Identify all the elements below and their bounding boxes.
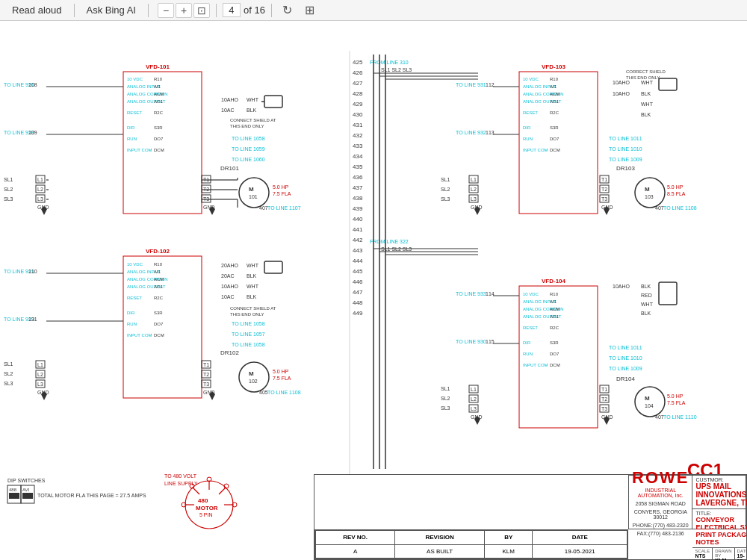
revision-table: REV NO. REVISION BY DATE A AS BUILT KLM … — [314, 529, 628, 559]
svg-text:CONNECT SHIELD AT: CONNECT SHIELD AT — [230, 306, 276, 311]
svg-text:TO LINE 1010: TO LINE 1010 — [609, 146, 642, 152]
svg-text:R10: R10 — [550, 77, 559, 81]
svg-text:TO LINE 931: TO LINE 931 — [456, 82, 486, 87]
svg-text:DR102: DR102 — [220, 349, 239, 356]
read-aloud-button[interactable]: Read aloud — [6, 3, 68, 17]
company-address2: CONYERS, GEORGIA 30012 — [632, 509, 689, 520]
svg-text:L2: L2 — [37, 187, 43, 192]
svg-text:AI1: AI1 — [154, 84, 161, 89]
svg-text:DR103: DR103 — [616, 165, 635, 172]
svg-text:433: 433 — [353, 143, 363, 149]
svg-text:438: 438 — [353, 195, 363, 202]
svg-text:10AHO: 10AHO — [613, 80, 630, 85]
svg-text:BLK: BLK — [247, 108, 257, 113]
svg-text:5 PIN: 5 PIN — [199, 512, 213, 517]
zoom-controls: − + ⊡ — [158, 3, 210, 18]
svg-text:TO LINE 1057: TO LINE 1057 — [232, 332, 265, 337]
svg-text:R2C: R2C — [154, 296, 164, 300]
date-header: DATE — [533, 531, 627, 545]
customer-title-section: CUSTMOR: UPS MAIL INNOVATIONS LAVERGNE, … — [692, 476, 747, 529]
svg-text:DIR: DIR — [523, 340, 531, 345]
svg-text:WHT: WHT — [247, 284, 259, 289]
svg-text:TOTAL MOTOR FLA THIS PAGE = 27: TOTAL MOTOR FLA THIS PAGE = 27.5 AMPS — [37, 493, 146, 498]
svg-text:TO LINE 932: TO LINE 932 — [456, 130, 486, 135]
svg-text:R10: R10 — [154, 262, 163, 267]
svg-text:T1: T1 — [601, 177, 607, 182]
svg-text:R10: R10 — [154, 77, 163, 81]
svg-text:10 VDC: 10 VDC — [127, 262, 143, 267]
svg-text:CORRECT SHIELD: CORRECT SHIELD — [626, 69, 666, 74]
svg-text:S3R: S3R — [154, 311, 163, 315]
svg-text:448: 448 — [353, 299, 363, 306]
revision-cell: AS BUILT — [395, 544, 485, 559]
svg-text:428: 428 — [353, 90, 363, 97]
svg-text:TO 480 VOLT: TO 480 VOLT — [164, 473, 197, 479]
svg-text:SL1: SL1 — [4, 177, 13, 182]
svg-text:T3: T3 — [203, 382, 209, 387]
svg-text:434: 434 — [353, 153, 363, 160]
page-current[interactable]: 4 — [223, 3, 241, 17]
svg-text:CONNECT SHIELD AT: CONNECT SHIELD AT — [230, 118, 276, 122]
svg-text:R10: R10 — [550, 292, 559, 296]
rev-row: A AS BUILT KLM 19-05-2021 — [316, 544, 627, 559]
svg-text:DR104: DR104 — [616, 376, 635, 382]
view-mode-button[interactable]: ⊞ — [300, 2, 320, 19]
svg-text:BLK: BLK — [641, 311, 651, 316]
svg-text:L1: L1 — [471, 387, 477, 392]
svg-text:T1: T1 — [601, 387, 607, 392]
svg-text:TO LINE 1058: TO LINE 1058 — [232, 136, 265, 141]
svg-text:R2C: R2C — [550, 111, 560, 115]
svg-text:BLK: BLK — [247, 273, 257, 279]
svg-text:TO LINE 1011: TO LINE 1011 — [609, 345, 642, 350]
svg-text:AO1: AO1 — [550, 99, 560, 104]
svg-text:440: 440 — [353, 216, 363, 223]
drawn-label: DRAWN BY — [715, 549, 731, 558]
svg-rect-309 — [22, 493, 33, 499]
svg-text:7.5 FLA: 7.5 FLA — [273, 191, 291, 196]
svg-text:435: 435 — [353, 164, 363, 170]
svg-text:INPUT COM: INPUT COM — [523, 363, 548, 367]
customer-label: CUSTMOR: — [695, 477, 747, 482]
svg-text:INPUT COM: INPUT COM — [127, 333, 152, 337]
svg-text:7.5 FLA: 7.5 FLA — [273, 376, 291, 381]
svg-text:AO1: AO1 — [154, 99, 164, 104]
schematic-area: 425 426 427 428 429 430 431 432 433 434 … — [0, 21, 747, 560]
svg-text:THIS END ONLY: THIS END ONLY — [230, 124, 264, 128]
svg-text:110: 110 — [28, 269, 37, 274]
title-label: TITLE: — [695, 511, 747, 516]
svg-text:425: 425 — [353, 59, 363, 66]
svg-text:T1: T1 — [203, 362, 209, 367]
svg-text:10 VDC: 10 VDC — [523, 77, 539, 81]
rotate-button[interactable]: ↻ — [278, 2, 297, 19]
svg-text:TO LINE 1058: TO LINE 1058 — [232, 342, 265, 347]
svg-text:BLK: BLK — [641, 284, 651, 289]
fit-page-button[interactable]: ⊡ — [193, 3, 210, 18]
svg-text:L3: L3 — [471, 406, 477, 411]
svg-text:M: M — [249, 370, 254, 377]
svg-text:TO LINE 1058: TO LINE 1058 — [232, 321, 265, 326]
svg-text:T2: T2 — [601, 396, 607, 402]
svg-text:T2: T2 — [601, 187, 607, 192]
svg-text:436: 436 — [353, 174, 363, 181]
svg-text:TO LINE 1009: TO LINE 1009 — [609, 366, 642, 371]
svg-text:T3: T3 — [601, 196, 607, 202]
svg-text:T2: T2 — [203, 372, 209, 377]
scale-value: NTS — [695, 553, 710, 559]
svg-text:LINE SUPPLY: LINE SUPPLY — [164, 481, 198, 486]
svg-text:10AC: 10AC — [221, 294, 235, 299]
svg-text:SL3: SL3 — [4, 381, 13, 386]
toolbar-separator-3 — [216, 4, 217, 17]
svg-text:T3: T3 — [601, 406, 607, 411]
svg-text:L3: L3 — [37, 382, 43, 387]
ask-bing-button[interactable]: Ask Bing AI — [81, 3, 142, 17]
svg-text:RUN: RUN — [523, 352, 533, 356]
zoom-in-button[interactable]: + — [176, 3, 192, 18]
svg-text:432: 432 — [353, 132, 363, 139]
svg-text:DCM: DCM — [550, 148, 560, 152]
zoom-out-button[interactable]: − — [158, 3, 174, 18]
svg-text:DIP SWITCHES: DIP SWITCHES — [7, 478, 46, 483]
svg-text:TO LINE 1107: TO LINE 1107 — [267, 205, 301, 211]
svg-text:439: 439 — [353, 205, 363, 212]
svg-text:446: 446 — [353, 279, 363, 285]
svg-text:ACM: ACM — [550, 307, 560, 311]
